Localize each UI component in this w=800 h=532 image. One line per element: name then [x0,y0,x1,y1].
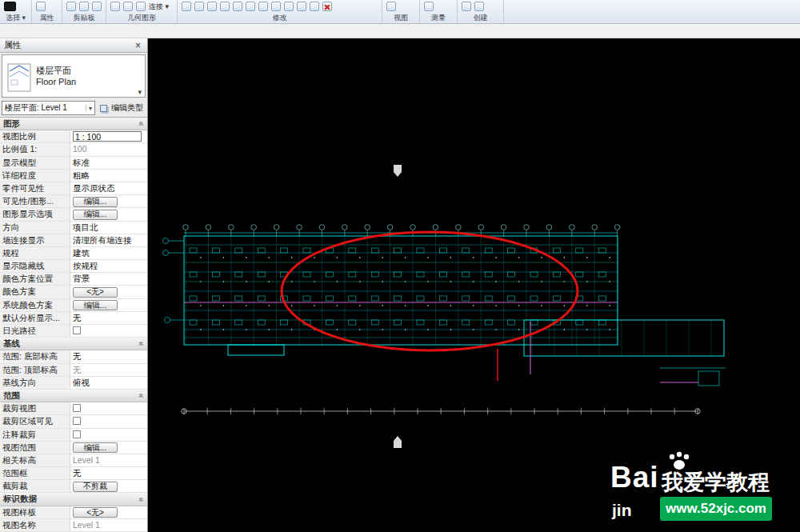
modify-cursor-icon[interactable] [4,2,16,11]
paste-icon[interactable] [66,2,76,11]
chevron-down-icon[interactable]: ▾ [138,88,142,96]
pin-icon[interactable] [310,2,319,11]
copy-icon[interactable] [92,2,102,11]
property-grid: 图形«视图比例1 : 100比例值 1:100显示模型标准详细程度粗略零件可见性… [0,117,147,532]
cut-geometry-icon[interactable] [110,2,120,11]
offset-icon[interactable] [297,2,306,11]
elevation-marker-bottom[interactable] [394,436,402,448]
elevation-marker-top[interactable] [394,165,402,177]
ribbon-group-label[interactable]: 选择 ▾ [0,13,31,23]
property-checkbox[interactable] [73,430,81,438]
drawing-area[interactable]: Bai jin 我爱学教程 www.52xjc.com [148,38,800,532]
property-value[interactable]: 无 [70,350,147,362]
ribbon-group-label[interactable]: 创建 [458,13,503,23]
ribbon-group-0: 选择 ▾ [0,0,32,23]
view-icon[interactable] [386,2,396,11]
property-value[interactable]: 清理所有墙连接 [70,234,147,246]
property-button[interactable]: 不剪裁 [73,482,118,492]
cut-icon[interactable] [79,2,89,11]
property-value[interactable]: Level 1 [70,454,147,466]
trim-icon[interactable] [271,2,281,11]
close-icon[interactable]: × [133,41,143,50]
ribbon-group-label[interactable]: 几何图形 [106,13,177,23]
section-header[interactable]: 范围« [0,390,147,402]
section-header[interactable]: 图形« [0,118,147,130]
section-header[interactable]: 基线« [0,338,147,350]
align-icon[interactable] [182,2,191,11]
property-value[interactable]: 无 [70,312,147,324]
property-button[interactable]: <无> [73,507,118,518]
instance-select[interactable]: 楼层平面: Level 1 ▾ [2,101,95,115]
property-value[interactable]: 按规程 [70,260,147,272]
measure-icon[interactable] [424,2,434,11]
property-value[interactable]: 标准 [70,157,147,169]
copy-icon[interactable] [207,2,217,11]
property-button[interactable]: <无> [73,287,118,298]
property-button[interactable]: 编辑... [73,442,118,453]
ribbon: 选择 ▾属性剪贴板连接 ▾几何图形修改视图测量创建 [0,0,800,24]
grid-bubble [206,225,211,230]
create-icon[interactable] [462,2,471,11]
property-checkbox[interactable] [73,417,81,425]
property-button[interactable]: 编辑... [73,210,118,220]
move-icon[interactable] [194,2,204,11]
ribbon-group-label[interactable]: 测量 [420,13,457,23]
property-label: 视图名称 [0,519,70,531]
rotate-icon[interactable] [220,2,230,11]
property-label: 范围: 顶部标高 [0,364,70,376]
grid-bubble [319,225,325,230]
collapse-icon[interactable]: « [138,497,146,502]
array-icon[interactable] [246,2,255,11]
property-value[interactable]: 显示原状态 [70,182,147,194]
property-row: 颜色方案位置背景 [0,273,147,286]
property-value[interactable]: 背景 [70,273,147,285]
group-icon[interactable] [474,2,484,11]
ribbon-group-label[interactable]: 视图 [382,13,419,23]
property-row: 视图比例1 : 100 [0,130,147,143]
property-value[interactable]: 项目北 [70,222,147,234]
collapse-icon[interactable]: « [138,394,146,398]
join-dropdown[interactable]: 连接 ▾ [149,2,169,12]
collapse-icon[interactable]: « [138,122,146,126]
property-value[interactable]: 建筑 [70,247,147,259]
delete-icon[interactable] [322,2,332,11]
collapse-icon[interactable]: « [138,342,146,346]
scale-icon[interactable] [258,2,268,11]
property-row: 视图名称Level 1 [0,519,147,532]
property-value[interactable]: 俯视 [70,377,147,389]
edit-type-button[interactable]: 编辑类型 [98,101,146,115]
property-value[interactable]: 100 [70,143,147,155]
floor-plan-canvas[interactable] [148,38,800,532]
property-button[interactable]: 编辑... [73,197,118,207]
view-scale-field[interactable]: 1 : 100 [73,131,142,142]
property-label: 颜色方案 [0,286,70,298]
property-value[interactable]: Level 1 [70,519,147,531]
grid-bubble [410,225,416,230]
properties-icon[interactable] [36,2,46,11]
ribbon-group-label[interactable]: 修改 [178,13,382,23]
property-row: 裁剪视图 [0,402,147,415]
grid-bubble [342,225,348,230]
property-value[interactable]: 无 [70,467,147,479]
ribbon-group-label[interactable]: 属性 [32,13,62,23]
grid-bubble [570,225,575,230]
mirror-icon[interactable] [233,2,242,11]
property-checkbox[interactable] [73,404,81,412]
section-header[interactable]: 标识数据« [0,493,147,506]
property-value[interactable]: 粗略 [70,170,147,182]
property-checkbox[interactable] [73,326,81,334]
paint-icon[interactable] [136,2,146,11]
join-icon[interactable] [123,2,133,11]
grid-bubble [592,225,598,230]
ribbon-group-label[interactable]: 剪贴板 [62,13,106,23]
property-label: 裁剪视图 [0,402,70,414]
property-label: 零件可见性 [0,182,70,194]
type-selector[interactable]: 楼层平面 Floor Plan ▾ [2,54,146,98]
property-value: 1 : 100 [70,130,147,142]
properties-title-bar[interactable]: 属性 × [0,38,147,53]
properties-title: 属性 [4,39,22,51]
property-label: 默认分析显示... [0,312,70,324]
property-value[interactable]: 无 [70,364,147,376]
property-button[interactable]: 编辑... [73,300,118,310]
split-icon[interactable] [284,2,294,11]
